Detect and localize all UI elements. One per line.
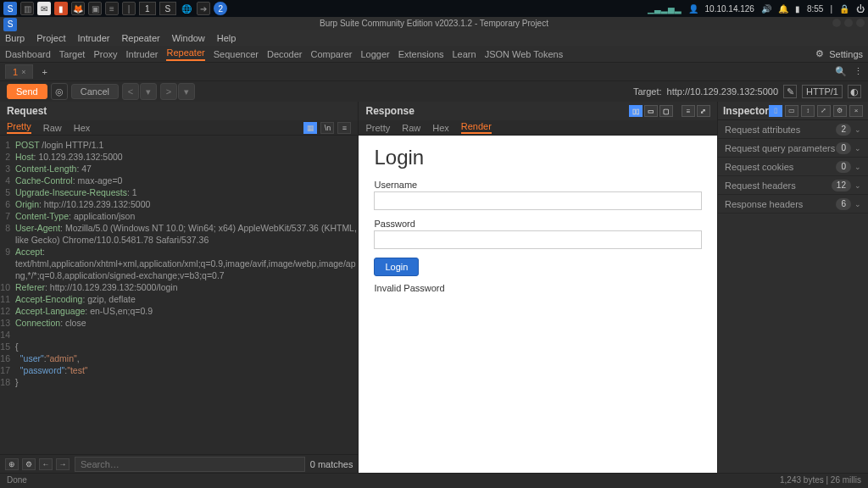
menu-repeater[interactable]: Repeater [121, 33, 159, 43]
response-tab-render[interactable]: Render [461, 121, 492, 134]
menu-icon[interactable]: ≡ [682, 105, 695, 117]
send-button[interactable]: Send [7, 84, 47, 99]
send-options-icon[interactable]: ◎ [51, 83, 68, 100]
globe-icon[interactable]: 🌐 [180, 2, 193, 15]
window-title: Burp Suite Community Edition v2023.1.2 -… [320, 19, 548, 28]
tab-proxy[interactable]: Proxy [93, 49, 117, 59]
response-tab-pretty[interactable]: Pretty [365, 123, 390, 133]
terminal-icon[interactable]: ▣ [88, 2, 102, 15]
settings-label[interactable]: Settings [829, 49, 863, 59]
tab-learn[interactable]: Learn [453, 49, 476, 59]
inspector-row[interactable]: Request headers12⌄ [718, 176, 868, 195]
inspector-row[interactable]: Request query parameters0⌄ [718, 139, 868, 158]
tab-intruder[interactable]: Intruder [126, 49, 159, 59]
menu-burp[interactable]: Burp [5, 33, 25, 43]
request-tab-pretty[interactable]: Pretty [7, 121, 31, 134]
maximize-icon[interactable] [844, 19, 853, 27]
menu-bar: BurpProjectIntruderRepeaterWindowHelp [0, 30, 868, 46]
insp-gear-icon[interactable]: ⚙ [833, 105, 847, 117]
layout-row-icon[interactable]: ▭ [644, 105, 658, 117]
layout-col-icon[interactable]: ▯▯ [629, 105, 643, 117]
menu-window[interactable]: Window [172, 33, 205, 43]
notes-icon[interactable]: ≡ [105, 2, 119, 15]
history-back-dropdown-icon[interactable]: ▾ [140, 83, 157, 100]
action-bar: Send ◎ Cancel <▾ >▾ Target: http://10.12… [0, 81, 868, 102]
tab-json-web-tokens[interactable]: JSON Web Tokens [485, 49, 564, 59]
search-gear-icon[interactable]: ⚙ [22, 458, 36, 470]
insp-sort-icon[interactable]: ↕ [801, 105, 815, 117]
ip-address: 10.10.14.126 [705, 4, 754, 14]
cancel-button[interactable]: Cancel [71, 84, 119, 99]
menu-help[interactable]: Help [217, 33, 236, 43]
files-icon[interactable]: ▥ [20, 2, 34, 15]
mail-icon[interactable]: ✉ [37, 2, 51, 15]
repeater-tab-1[interactable]: 1× [5, 64, 33, 79]
arrow-icon[interactable]: ➔ [197, 2, 210, 15]
response-tab-hex[interactable]: Hex [432, 123, 449, 133]
request-tab-raw[interactable]: Raw [43, 123, 62, 133]
gear-icon[interactable]: ⚙ [815, 48, 824, 59]
kebab-icon[interactable]: ⋮ [854, 66, 863, 77]
tab-extensions[interactable]: Extensions [398, 49, 444, 59]
response-subtabs: PrettyRawHexRender [359, 120, 716, 136]
response-tab-raw[interactable]: Raw [402, 123, 420, 133]
tab-decoder[interactable]: Decoder [267, 49, 303, 59]
layout-tab-icon[interactable]: ▢ [659, 105, 673, 117]
wrap-icon[interactable]: \n [320, 122, 334, 134]
history-fwd-dropdown-icon[interactable]: ▾ [178, 83, 195, 100]
user-icon[interactable]: 👤 [688, 4, 698, 14]
search-input[interactable] [75, 457, 305, 472]
battery-icon[interactable]: ▮ [795, 4, 800, 14]
request-editor[interactable]: 1POST /login HTTP/1.12Host: 10.129.239.1… [0, 136, 358, 454]
expand-icon[interactable]: ⤢ [697, 105, 710, 117]
password-field[interactable] [374, 230, 701, 249]
history-back-icon[interactable]: < [122, 83, 139, 100]
app-icon[interactable]: S [3, 2, 17, 15]
tab-target[interactable]: Target [59, 49, 86, 59]
app-icon-2[interactable]: ▮ [54, 2, 68, 15]
menu-intruder[interactable]: Intruder [78, 33, 110, 43]
menu-icon[interactable]: ≡ [337, 122, 351, 134]
insp-expand-icon[interactable]: ⤢ [817, 105, 831, 117]
search-next-icon[interactable]: → [56, 458, 70, 470]
add-tab-button[interactable]: + [36, 67, 52, 77]
task-tab-2[interactable]: S [159, 2, 177, 15]
minimize-icon[interactable] [832, 19, 841, 27]
layout-icon[interactable]: ▦ [303, 122, 317, 134]
insp-layout-icon[interactable]: ▯ [769, 105, 782, 117]
response-header: Response ▯▯ ▭ ▢ ≡ ⤢ [359, 102, 716, 120]
tab-dashboard[interactable]: Dashboard [5, 49, 51, 59]
status-bar: Done 1,243 bytes | 26 millis [0, 473, 868, 486]
tab-sequencer[interactable]: Sequencer [214, 49, 259, 59]
inspector-row[interactable]: Request attributes2⌄ [718, 120, 868, 139]
bell-icon[interactable]: 🔔 [778, 4, 788, 14]
tab-comparer[interactable]: Comparer [311, 49, 353, 59]
status-left: Done [7, 475, 27, 485]
lock-icon[interactable]: 🔒 [839, 4, 849, 14]
insp-close-icon[interactable]: × [849, 105, 863, 117]
tab-repeater[interactable]: Repeater [166, 47, 204, 61]
task-tab-1[interactable]: 1 [139, 2, 156, 15]
search-prev-icon[interactable]: ← [39, 458, 53, 470]
clock-time: 8:55 [807, 4, 823, 14]
power-icon[interactable]: ⏻ [856, 4, 865, 14]
tab-logger[interactable]: Logger [360, 49, 389, 59]
protocol-options-icon[interactable]: ◐ [848, 85, 861, 98]
login-button[interactable]: Login [374, 258, 419, 276]
close-icon[interactable] [856, 19, 865, 27]
username-field[interactable] [374, 191, 701, 210]
inspector-pane: Inspector ▯ ▭ ↕ ⤢ ⚙ × Request attributes… [718, 102, 868, 473]
inspector-row[interactable]: Request cookies0⌄ [718, 158, 868, 176]
protocol-toggle[interactable]: HTTP/1 [802, 85, 843, 98]
inspector-row[interactable]: Response headers6⌄ [718, 195, 868, 214]
request-tab-hex[interactable]: Hex [74, 123, 91, 133]
firefox-icon[interactable]: 🦊 [71, 2, 85, 15]
search-icon[interactable]: 🔍 [835, 66, 847, 77]
close-tab-icon[interactable]: × [21, 68, 25, 76]
edit-target-icon[interactable]: ✎ [783, 85, 797, 98]
volume-icon[interactable]: 🔊 [761, 4, 771, 14]
menu-project[interactable]: Project [36, 33, 65, 43]
insp-layout2-icon[interactable]: ▭ [785, 105, 798, 117]
search-options-icon[interactable]: ⊕ [5, 458, 19, 470]
history-fwd-icon[interactable]: > [160, 83, 177, 100]
